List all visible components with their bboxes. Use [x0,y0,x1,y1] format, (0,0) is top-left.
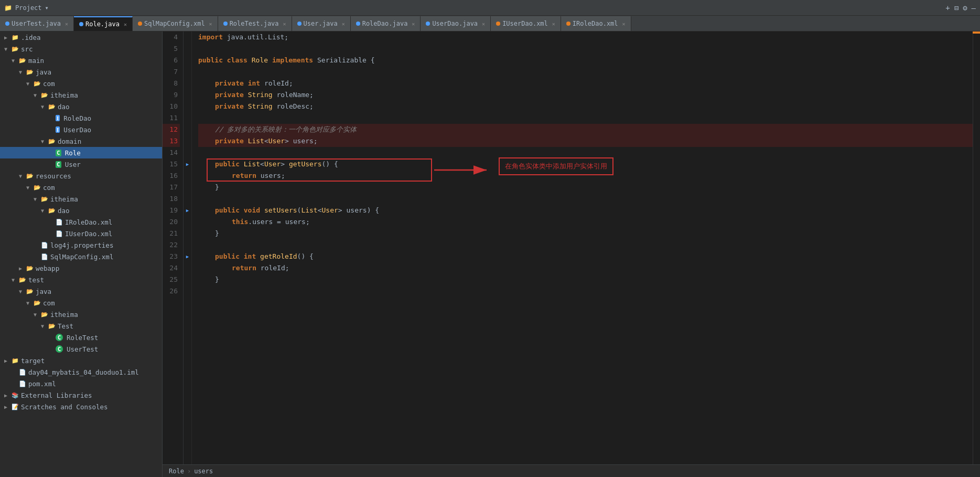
sidebar-item-external-libraries[interactable]: ▶ 📚 External Libraries [0,389,162,401]
arrow-icon: ▼ [19,289,24,294]
tab-roledao[interactable]: RoleDao.java ✕ [351,16,421,31]
tab-iroledao[interactable]: IRoleDao.xml ✕ [561,16,631,31]
add-icon[interactable]: + [945,4,950,12]
sidebar-item-res-itheima[interactable]: ▼ 📂 itheima [0,193,162,205]
arrow-icon: ▼ [26,300,31,306]
sidebar-item-idea[interactable]: ▶ 📁 .idea [0,31,162,43]
folder-icon: 📂 [26,265,34,272]
tab-close[interactable]: ✕ [552,21,555,27]
tab-userdao[interactable]: UserDao.java ✕ [421,16,491,31]
settings-icon[interactable]: ⚙ [963,4,967,12]
sidebar-item-src[interactable]: ▼ 📂 src [0,43,162,55]
sidebar-item-resources[interactable]: ▼ 📂 resources [0,170,162,182]
breadcrumb-users[interactable]: users [194,468,213,475]
sidebar-item-com[interactable]: ▼ 📂 com [0,78,162,89]
tab-dot [297,22,301,26]
sidebar-item-main[interactable]: ▼ 📂 main [0,55,162,66]
arrow-icon: ▶ [4,404,9,410]
sidebar-item-pom[interactable]: 📄 pom.xml [0,378,162,389]
code-line-25: } [198,274,973,285]
sidebar-item-iuserdao-xml[interactable]: 📄 IUserDao.xml [0,228,162,239]
code-line-18 [198,193,973,205]
sidebar-item-domain[interactable]: ▼ 📂 domain [0,135,162,147]
arrow-icon: ▼ [41,323,46,329]
folder-icon: 📂 [48,103,56,110]
project-icon: 📁 [4,4,12,12]
sidebar-item-test-itheima[interactable]: ▼ 📂 itheima [0,309,162,320]
sidebar-item-user[interactable]: C User [0,158,162,170]
sidebar-item-roletest[interactable]: C RoleTest [0,332,162,343]
sidebar-item-roledao[interactable]: I RoleDao [0,112,162,124]
tab-dot [138,22,142,26]
tabs-bar: UserTest.java ✕ Role.java ✕ SqlMapConfig… [0,16,980,31]
tab-close[interactable]: ✕ [65,21,68,27]
arrow-icon: ▼ [19,173,24,179]
tab-usertest[interactable]: UserTest.java ✕ [0,16,74,31]
tab-dot [496,22,500,26]
sidebar-item-webapp[interactable]: ▶ 📂 webapp [0,262,162,274]
collapse-icon[interactable]: ⊟ [954,4,959,12]
sidebar-item-userdao[interactable]: I UserDao [0,124,162,135]
tab-iuserdao[interactable]: IUserDao.xml ✕ [491,16,561,31]
arrow-icon: ▼ [34,92,39,98]
code-line-11 [198,112,973,124]
sidebar-item-test-java[interactable]: ▼ 📂 java [0,285,162,297]
sidebar-item-itheima[interactable]: ▼ 📂 itheima [0,89,162,101]
code-line-12: // 多对多的关系映射：一个角色对应多个实体 [198,124,973,135]
arrow-icon: ▶ [4,393,9,398]
folder-icon: 📂 [34,80,41,87]
tab-close[interactable]: ✕ [124,22,127,27]
tab-close[interactable]: ✕ [412,21,415,27]
code-line-9: private String roleName; [198,89,973,101]
sidebar-item-log4j[interactable]: 📄 log4j.properties [0,239,162,251]
sidebar-item-sqlmapconfig[interactable]: 📄 SqlMapConfig.xml [0,251,162,262]
interface-icon: I [56,126,60,133]
arrow-icon: ▼ [19,69,24,75]
breadcrumb-separator: › [187,468,191,475]
properties-icon: 📄 [41,242,48,249]
class-icon: C [56,161,61,168]
breadcrumb-role[interactable]: Role [169,468,184,475]
scratches-icon: 📝 [12,404,19,410]
tab-close[interactable]: ✕ [622,21,626,27]
sidebar-item-test-com[interactable]: ▼ 📂 com [0,297,162,309]
sidebar-item-java[interactable]: ▼ 📂 java [0,66,162,78]
tab-close[interactable]: ✕ [342,21,345,27]
sidebar-item-dao[interactable]: ▼ 📂 dao [0,101,162,112]
sidebar-item-usertest[interactable]: C UserTest [0,343,162,355]
tab-close[interactable]: ✕ [482,21,485,27]
tab-sqlmap[interactable]: SqlMapConfig.xml ✕ [133,16,218,31]
sidebar-item-iroledao-xml[interactable]: 📄 IRoleDao.xml [0,216,162,228]
arrow-icon: ▼ [34,312,39,317]
tab-roletest[interactable]: RoleTest.java ✕ [218,16,292,31]
arrow-icon: ▼ [26,81,31,87]
code-line-6: public class Role implements Serializabl… [198,55,973,66]
tab-label-iuserdao: IUserDao.xml [502,20,548,27]
code-line-21: } [198,228,973,239]
tab-close[interactable]: ✕ [283,21,286,27]
dropdown-icon[interactable]: ▾ [45,4,49,12]
arrow-icon: ▼ [41,139,46,144]
tab-role[interactable]: Role.java ✕ [74,16,133,31]
sidebar-item-iml[interactable]: 📄 day04_mybatis_04_duoduo1.iml [0,366,162,378]
tab-close[interactable]: ✕ [209,21,212,27]
code-editor[interactable]: import java.util.List; public class Role… [192,31,973,464]
folder-icon: 📂 [48,138,56,145]
project-sidebar: ▶ 📁 .idea ▼ 📂 src ▼ 📂 main ▼ 📂 java ▼ 📂 … [0,31,163,477]
sidebar-item-test-folder[interactable]: ▼ 📂 Test [0,320,162,332]
sidebar-item-res-dao[interactable]: ▼ 📂 dao [0,205,162,216]
sidebar-item-target[interactable]: ▶ 📁 target [0,355,162,366]
tab-user[interactable]: User.java ✕ [292,16,351,31]
folder-icon: 📂 [26,288,34,295]
interface-icon: I [56,115,60,121]
tab-label-iroledao: IRoleDao.xml [573,20,618,27]
minimize-icon[interactable]: — [972,4,976,12]
sidebar-item-res-com[interactable]: ▼ 📂 com [0,182,162,193]
sidebar-item-scratches[interactable]: ▶ 📝 Scratches and Consoles [0,401,162,412]
sidebar-item-role[interactable]: C Role [0,147,162,158]
tab-dot [223,22,228,26]
sidebar-item-test[interactable]: ▼ 📂 test [0,274,162,285]
class-icon: C [56,334,63,341]
folder-icon: 📂 [26,173,34,179]
folder-icon: 📁 [12,357,19,364]
